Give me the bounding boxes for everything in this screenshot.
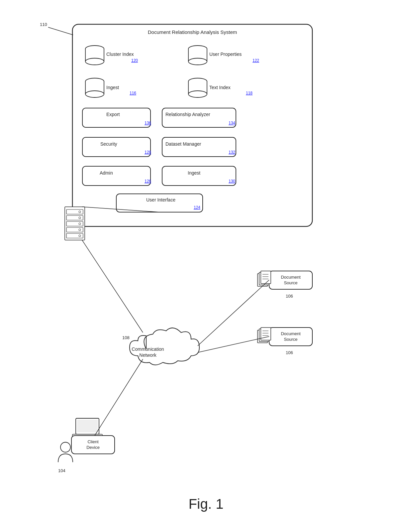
svg-rect-69 [269,271,312,289]
svg-text:Source: Source [284,337,297,342]
svg-point-9 [188,46,207,52]
svg-text:130: 130 [229,179,235,184]
svg-text:Communication: Communication [132,346,164,352]
svg-rect-53 [65,207,85,240]
svg-text:Source: Source [284,280,297,285]
svg-line-89 [198,280,269,346]
svg-text:Cluster Index: Cluster Index [106,52,134,57]
svg-line-52 [48,27,73,35]
svg-text:118: 118 [246,91,253,95]
svg-rect-10 [188,49,207,62]
svg-text:Device: Device [86,445,100,450]
svg-rect-57 [66,227,83,232]
svg-point-16 [85,78,104,85]
svg-point-63 [79,235,81,237]
svg-text:124: 124 [194,205,200,210]
svg-text:Security: Security [100,141,117,147]
svg-rect-79 [269,328,312,346]
svg-point-6 [85,58,104,65]
svg-point-99 [60,442,70,452]
svg-point-61 [79,223,81,225]
svg-point-23 [188,78,207,85]
svg-text:132: 132 [229,150,235,155]
svg-point-20 [85,91,104,97]
svg-point-60 [79,217,81,219]
svg-line-101 [95,359,143,436]
svg-rect-17 [85,81,104,94]
svg-point-59 [79,211,81,213]
svg-text:Ingest: Ingest [188,170,200,176]
svg-text:Ingest: Ingest [106,85,119,90]
svg-rect-48 [116,194,203,212]
svg-rect-3 [85,49,104,62]
svg-text:Dataset Manager: Dataset Manager [165,141,201,147]
svg-line-90 [198,336,269,352]
svg-text:128: 128 [145,150,151,155]
svg-text:110: 110 [40,22,47,27]
svg-text:104: 104 [58,468,65,473]
svg-rect-82 [258,330,267,343]
svg-rect-55 [66,215,83,220]
svg-rect-39 [162,137,236,157]
svg-text:116: 116 [130,91,136,95]
svg-rect-91 [76,418,99,434]
svg-rect-0 [72,24,312,226]
svg-rect-83 [259,329,269,341]
svg-rect-84 [261,328,271,340]
svg-text:Text Index: Text Index [209,85,231,90]
svg-text:134: 134 [229,121,235,125]
svg-point-62 [79,229,81,231]
svg-text:Document: Document [281,275,301,280]
svg-text:Document Relationship Analysis: Document Relationship Analysis System [148,29,237,35]
svg-text:Admin: Admin [100,170,113,176]
svg-rect-73 [259,272,269,285]
svg-rect-58 [66,233,83,238]
svg-text:120: 120 [131,58,138,63]
svg-rect-36 [82,137,151,157]
svg-line-64 [82,207,159,212]
svg-text:106: 106 [286,294,293,299]
svg-line-68 [82,240,143,332]
svg-text:Network: Network [139,352,156,358]
svg-text:136: 136 [145,121,151,125]
svg-rect-54 [66,209,83,214]
svg-rect-93 [72,434,102,437]
svg-rect-56 [66,221,83,226]
svg-rect-42 [82,166,151,186]
svg-rect-45 [162,166,236,186]
svg-text:Export: Export [106,112,120,117]
svg-text:Relationship Analyzer: Relationship Analyzer [165,112,210,117]
svg-rect-30 [82,108,151,127]
svg-text:106: 106 [286,350,293,355]
svg-rect-92 [77,420,98,432]
svg-rect-96 [71,436,115,454]
svg-point-2 [85,46,104,52]
svg-text:User Interface: User Interface [146,197,175,202]
svg-point-27 [188,91,207,97]
svg-text:Document: Document [281,331,301,336]
svg-rect-74 [261,271,271,284]
svg-text:User Properties: User Properties [209,52,242,57]
svg-text:126: 126 [145,179,151,184]
svg-rect-24 [188,81,207,94]
svg-rect-33 [162,108,236,127]
svg-rect-72 [258,274,267,286]
svg-text:108: 108 [122,335,130,340]
svg-text:Client: Client [87,439,99,444]
svg-text:122: 122 [253,58,259,63]
svg-text:Fig. 1: Fig. 1 [188,496,223,512]
svg-point-13 [188,58,207,65]
